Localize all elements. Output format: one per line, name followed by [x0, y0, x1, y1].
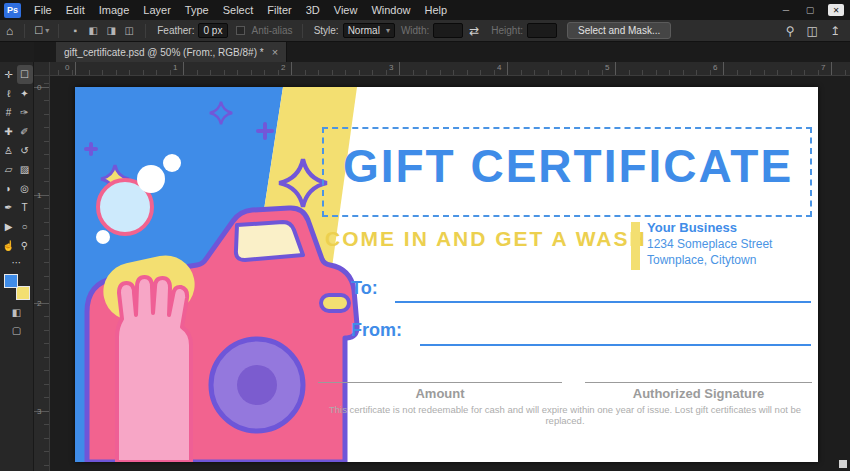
menu-file[interactable]: File [27, 0, 59, 20]
new-selection-icon[interactable]: ▪ [68, 25, 82, 36]
hand-tool-button[interactable]: ☝ [1, 236, 17, 255]
ellipse-tool-button[interactable]: ○ [17, 217, 33, 236]
options-bar-right: ⚲ ◫ ↥ [786, 24, 840, 38]
address-accent-bar [631, 222, 640, 270]
business-name: Your Business [647, 220, 772, 236]
menu-image[interactable]: Image [92, 0, 137, 20]
style-label: Style: [314, 25, 339, 36]
pen-tool-button[interactable]: ✒ [1, 198, 17, 217]
menu-filter[interactable]: Filter [260, 0, 298, 20]
feather-input[interactable]: 0 px [198, 23, 228, 38]
zoom-tool-button[interactable]: ⚲ [17, 236, 33, 255]
clone-stamp-tool-icon: ♙ [4, 145, 13, 156]
minimize-icon[interactable]: ─ [774, 0, 798, 20]
ruler-number: 2 [281, 63, 285, 72]
intersect-selection-icon[interactable]: ◫ [122, 25, 136, 36]
ruler-number: 7 [821, 63, 825, 72]
height-input[interactable] [527, 23, 557, 38]
menu-type[interactable]: Type [178, 0, 216, 20]
type-tool-icon: T [21, 202, 27, 213]
pen-tool-icon: ✒ [4, 202, 12, 213]
horizontal-ruler[interactable]: 0 1 2 3 4 5 6 7 [50, 62, 850, 76]
amount-line [318, 382, 562, 383]
document-tab[interactable]: gift_certificate.psd @ 50% (From:, RGB/8… [56, 42, 287, 62]
menu-help[interactable]: Help [418, 0, 455, 20]
quick-mask-icon[interactable]: ◧ [0, 307, 33, 318]
width-label: Width: [401, 25, 429, 36]
spot-healing-brush-tool-button[interactable]: ✚ [1, 122, 17, 141]
car-headlight [321, 295, 349, 311]
blur-tool-button[interactable]: ◗ [1, 179, 17, 198]
photoshop-logo-icon: Ps [4, 3, 21, 18]
menu-layer[interactable]: Layer [136, 0, 178, 20]
tab-close-icon[interactable]: × [272, 46, 278, 58]
ruler-number: 1 [37, 191, 41, 200]
clone-stamp-tool-button[interactable]: ♙ [1, 141, 17, 160]
tool-grid: ✛ ☐ ℓ ✦ # ✑ ✚ ✐ ♙ ↺ ▱ ▨ ◗ ◎ ✒ T ▶ ○ ☝ ⚲ [0, 62, 33, 255]
document-tab-title: gift_certificate.psd @ 50% (From:, RGB/8… [64, 47, 264, 58]
width-input[interactable] [433, 23, 463, 38]
signature-line [585, 382, 812, 383]
window-controls: ─ ▢ ✕ [774, 0, 850, 20]
ruler-number: 4 [497, 63, 501, 72]
dodge-tool-button[interactable]: ◎ [17, 179, 33, 198]
foreground-color-swatch[interactable] [4, 274, 18, 288]
anti-alias-checkbox[interactable] [236, 26, 245, 35]
swap-width-height-icon[interactable]: ⇄ [463, 24, 485, 38]
quick-selection-tool-button[interactable]: ✦ [17, 84, 33, 103]
menu-edit[interactable]: Edit [59, 0, 92, 20]
hand-tool-icon: ☝ [2, 240, 14, 251]
background-color-swatch[interactable] [16, 286, 30, 300]
certificate-subtitle: COME IN AND GET A WASH [325, 227, 647, 251]
menu-select[interactable]: Select [216, 0, 261, 20]
vertical-ruler[interactable]: 0 1 2 3 [34, 76, 50, 471]
eraser-tool-button[interactable]: ▱ [1, 160, 17, 179]
home-icon[interactable]: ⌂ [0, 24, 19, 38]
lasso-tool-button[interactable]: ℓ [1, 84, 17, 103]
ruler-number: 1 [173, 63, 177, 72]
chevron-down-icon: ▾ [386, 24, 390, 37]
dodge-tool-icon: ◎ [20, 183, 29, 194]
history-brush-tool-button[interactable]: ↺ [17, 141, 33, 160]
ruler-number: 5 [605, 63, 609, 72]
color-swatches [4, 274, 30, 300]
active-tool-preset[interactable]: ☐ ▾ [30, 25, 53, 36]
gradient-tool-button[interactable]: ▨ [17, 160, 33, 179]
eyedropper-tool-button[interactable]: ✑ [17, 103, 33, 122]
business-address-block: Your Business 1234 Someplace Street Town… [647, 220, 772, 268]
menu-window[interactable]: Window [364, 0, 417, 20]
hand [117, 277, 191, 462]
ruler-number: 0 [65, 63, 69, 72]
menu-view[interactable]: View [327, 0, 365, 20]
edit-toolbar-icon[interactable]: ⋯ [0, 257, 33, 268]
crop-tool-button[interactable]: # [1, 103, 17, 122]
search-icon[interactable]: ⚲ [786, 24, 795, 38]
marquee-tool-icon: ☐ [34, 25, 43, 36]
screen-mode-icon[interactable]: ▢ [0, 325, 33, 336]
document-tab-bar: gift_certificate.psd @ 50% (From:, RGB/8… [34, 42, 850, 62]
address-line: Townplace, Citytown [647, 252, 772, 268]
add-to-selection-icon[interactable]: ◧ [86, 25, 100, 36]
blur-tool-icon: ◗ [5, 183, 11, 194]
subtract-from-selection-icon[interactable]: ◨ [104, 25, 118, 36]
workspace-layout-icon[interactable]: ◫ [807, 24, 818, 38]
healing-brush-tool-icon: ✚ [4, 126, 12, 137]
menu-bar: Ps File Edit Image Layer Type Select Fil… [0, 0, 850, 20]
document-canvas[interactable]: GIFT CERTIFICATE COME IN AND GET A WASH … [75, 87, 818, 462]
rectangular-marquee-tool-button[interactable]: ☐ [17, 65, 33, 84]
style-select[interactable]: Normal ▾ [343, 23, 395, 38]
lasso-tool-icon: ℓ [7, 88, 10, 99]
certificate-title: GIFT CERTIFICATE [325, 139, 811, 193]
close-icon[interactable]: ✕ [828, 4, 844, 16]
type-tool-button[interactable]: T [17, 198, 33, 217]
path-selection-tool-button[interactable]: ▶ [1, 217, 17, 236]
maximize-icon[interactable]: ▢ [798, 0, 822, 20]
brush-tool-button[interactable]: ✐ [17, 122, 33, 141]
select-and-mask-button[interactable]: Select and Mask... [567, 22, 671, 39]
menu-3d[interactable]: 3D [299, 0, 327, 20]
tools-panel: ✛ ☐ ℓ ✦ # ✑ ✚ ✐ ♙ ↺ ▱ ▨ ◗ ◎ ✒ T ▶ ○ ☝ ⚲ … [0, 62, 34, 471]
move-tool-button[interactable]: ✛ [1, 65, 17, 84]
share-icon[interactable]: ↥ [830, 24, 840, 38]
eraser-tool-icon: ▱ [5, 164, 13, 175]
selection-mode-group: ▪ ◧ ◨ ◫ [68, 25, 136, 36]
